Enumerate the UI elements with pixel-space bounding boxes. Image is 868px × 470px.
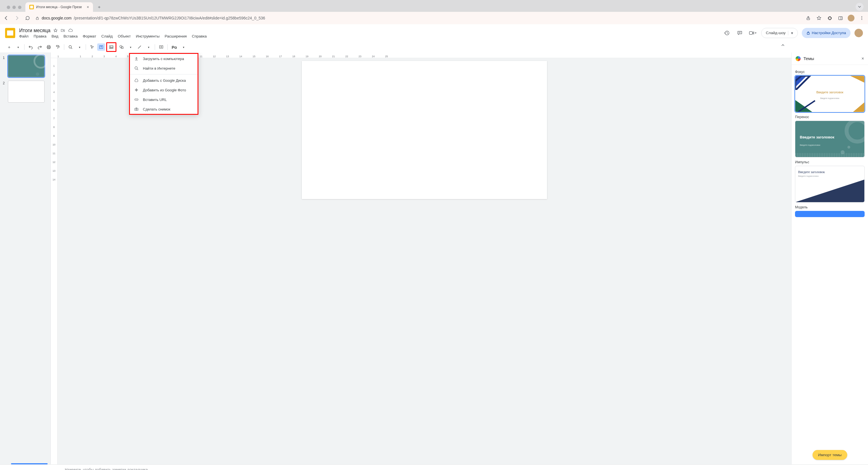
new-tab-button[interactable]: ＋	[95, 3, 103, 11]
browser-address-bar: docs.google.com/presentation/d/1-qp78zwC…	[0, 12, 868, 24]
themes-sidebar: Темы × Фокус Введите заголовок Введите п…	[792, 53, 868, 464]
dd-from-drive[interactable]: Добавить с Google Диска	[130, 76, 197, 85]
menu-tools[interactable]: Инструменты	[136, 34, 159, 38]
share-icon[interactable]	[805, 14, 812, 22]
font-dd[interactable]: ▾	[180, 43, 188, 51]
slide-number: 1	[3, 55, 6, 60]
theme-name: Перенос	[795, 115, 865, 119]
nav-forward-button[interactable]	[13, 14, 20, 22]
close-icon[interactable]: ×	[87, 5, 89, 9]
textbox-tool[interactable]	[97, 43, 105, 51]
move-folder-icon[interactable]	[61, 28, 65, 33]
lock-icon	[35, 16, 39, 20]
doc-title[interactable]: Итоги месяца	[19, 28, 51, 34]
menu-file[interactable]: Файл	[19, 34, 28, 38]
new-slide-button[interactable]: ＋	[5, 43, 13, 51]
side-panel-icon[interactable]	[837, 14, 844, 22]
current-slide[interactable]	[302, 61, 547, 199]
themes-palette-icon	[796, 56, 801, 61]
slideshow-dropdown-icon[interactable]: ▾	[788, 31, 793, 35]
svg-rect-15	[56, 46, 58, 47]
menu-object[interactable]: Объект	[118, 34, 131, 38]
svg-point-4	[862, 17, 862, 17]
new-slide-dd[interactable]: ▾	[14, 43, 22, 51]
menu-view[interactable]: Вид	[52, 34, 58, 38]
traffic-min[interactable]	[12, 6, 16, 9]
theme-preview-impulse[interactable]: Введите заголовок Введите подзаголовок	[795, 166, 865, 202]
chevron-down-icon[interactable]	[856, 3, 864, 11]
history-icon[interactable]	[722, 28, 731, 37]
dd-label: Вставить URL	[143, 97, 167, 102]
dd-search-web[interactable]: Найти в Интернете	[130, 63, 197, 73]
dd-take-photo[interactable]: Сделать снимок	[130, 104, 197, 114]
menubar: Файл Правка Вид Вставка Формат Слайд Объ…	[19, 34, 207, 38]
svg-rect-12	[48, 46, 50, 47]
collapse-toolbar-icon[interactable]	[779, 42, 786, 49]
menu-insert[interactable]: Вставка	[63, 34, 78, 38]
nav-back-button[interactable]	[3, 14, 9, 22]
traffic-max[interactable]	[18, 6, 22, 9]
slide-thumbnail-2[interactable]	[8, 81, 44, 102]
url-display[interactable]: docs.google.com/presentation/d/1-qp78zwC…	[35, 16, 801, 20]
theme-preview-perenos[interactable]: Введите заголовок Введите подзаголовок	[795, 121, 865, 157]
comments-icon[interactable]	[735, 28, 744, 37]
bookmark-star-icon[interactable]	[815, 14, 823, 22]
slide-canvas-container[interactable]	[58, 58, 792, 464]
account-avatar[interactable]	[855, 29, 863, 37]
insert-image-button[interactable]	[107, 43, 115, 51]
upload-icon	[134, 56, 139, 61]
select-tool[interactable]	[88, 43, 96, 51]
theme-preview-focus[interactable]: Введите заголовок Введите подзаголовок	[795, 76, 865, 112]
share-button[interactable]: Настройки Доступа	[802, 28, 850, 38]
dd-label: Найти в Интернете	[143, 66, 175, 70]
menu-slide[interactable]: Слайд	[101, 34, 113, 38]
speaker-notes[interactable]: Нажмите, чтобы добавить заметки докладчи…	[0, 464, 868, 470]
url-host: docs.google.com	[42, 16, 71, 20]
star-outline-icon[interactable]	[53, 28, 58, 33]
nav-reload-button[interactable]	[24, 14, 31, 22]
menu-help[interactable]: Справка	[192, 34, 207, 38]
theme-preview-model[interactable]	[795, 211, 865, 217]
dd-from-photos[interactable]: Добавить из Google Фото	[130, 85, 197, 95]
zoom-button[interactable]	[66, 43, 74, 51]
line-dd[interactable]: ▾	[145, 43, 152, 51]
zoom-dd[interactable]: ▾	[75, 43, 84, 51]
print-button[interactable]	[45, 43, 53, 51]
slides-logo[interactable]	[5, 28, 15, 38]
slide-thumbnail-1[interactable]	[8, 55, 44, 77]
menu-extensions[interactable]: Расширения	[164, 34, 187, 38]
slideshow-button[interactable]: Слайд-шоу ▾	[761, 28, 798, 38]
kebab-menu-icon[interactable]	[859, 14, 865, 22]
window-traffic-lights	[2, 6, 25, 12]
shape-tool[interactable]	[118, 43, 125, 51]
slide-number: 2	[3, 81, 6, 85]
svg-point-30	[135, 67, 137, 69]
doc-header: Итоги месяца Файл Правка Вид Вставка Фор…	[0, 24, 868, 42]
menu-format[interactable]: Формат	[83, 34, 96, 38]
cloud-saved-icon[interactable]	[68, 28, 73, 33]
themes-header: Темы ×	[792, 53, 868, 65]
themes-title: Темы	[803, 56, 814, 61]
line-tool[interactable]	[135, 43, 144, 51]
menu-edit[interactable]: Правка	[34, 34, 46, 38]
browser-tab[interactable]: Итоги месяца - Google Презе ×	[25, 2, 93, 12]
extensions-icon[interactable]	[826, 14, 833, 22]
meet-icon[interactable]: ▾	[748, 28, 757, 37]
filmstrip-scrollbar[interactable]	[11, 463, 48, 464]
undo-button[interactable]	[27, 43, 35, 51]
dd-upload-from-computer[interactable]: Загрузить с компьютера	[130, 54, 197, 63]
redo-button[interactable]	[36, 43, 44, 51]
themes-list[interactable]: Фокус Введите заголовок Введите подзагол…	[792, 65, 868, 464]
dd-insert-url[interactable]: Вставить URL	[130, 95, 197, 104]
add-comment-button[interactable]	[157, 43, 165, 51]
close-icon[interactable]: ×	[862, 56, 864, 61]
traffic-close[interactable]	[7, 6, 10, 9]
import-theme-button[interactable]: Импорт темы	[812, 450, 847, 460]
theme-name: Модель	[795, 205, 865, 209]
filmstrip[interactable]: 1 2	[0, 53, 51, 464]
notes-placeholder: Нажмите, чтобы добавить заметки докладчи…	[65, 467, 148, 470]
paint-format-button[interactable]	[54, 43, 62, 51]
font-family[interactable]: Ро	[170, 43, 179, 51]
shape-dd[interactable]: ▾	[127, 43, 134, 51]
profile-avatar[interactable]	[848, 14, 855, 22]
